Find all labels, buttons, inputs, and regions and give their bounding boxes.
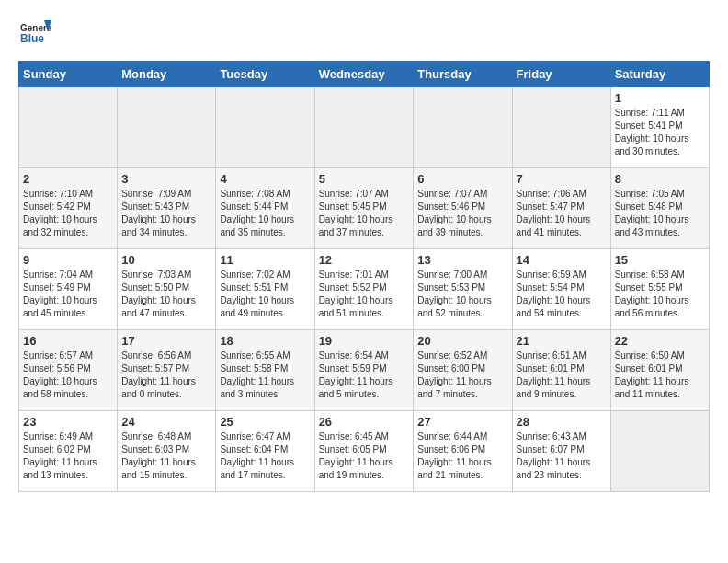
calendar-cell	[118, 87, 216, 168]
header-cell-thursday: Thursday	[414, 62, 512, 87]
week-row-3: 16Sunrise: 6:57 AM Sunset: 5:56 PM Dayli…	[19, 330, 710, 411]
logo-svg: General Blue	[18, 18, 51, 52]
calendar-table: SundayMondayTuesdayWednesdayThursdayFrid…	[18, 61, 710, 492]
week-row-1: 2Sunrise: 7:10 AM Sunset: 5:42 PM Daylig…	[19, 168, 710, 249]
calendar-cell: 11Sunrise: 7:02 AM Sunset: 5:51 PM Dayli…	[216, 249, 314, 330]
day-info: Sunrise: 7:05 AM Sunset: 5:48 PM Dayligh…	[615, 188, 705, 239]
day-info: Sunrise: 6:44 AM Sunset: 6:06 PM Dayligh…	[417, 431, 507, 482]
day-info: Sunrise: 7:10 AM Sunset: 5:42 PM Dayligh…	[23, 188, 113, 239]
day-number: 13	[417, 253, 507, 267]
day-info: Sunrise: 6:57 AM Sunset: 5:56 PM Dayligh…	[23, 350, 113, 401]
day-info: Sunrise: 7:11 AM Sunset: 5:41 PM Dayligh…	[615, 107, 705, 158]
calendar-cell: 9Sunrise: 7:04 AM Sunset: 5:49 PM Daylig…	[19, 249, 118, 330]
day-number: 12	[319, 253, 410, 267]
day-number: 20	[417, 334, 507, 348]
day-info: Sunrise: 7:07 AM Sunset: 5:46 PM Dayligh…	[417, 188, 507, 239]
day-number: 7	[517, 172, 607, 186]
day-number: 8	[615, 172, 705, 186]
day-number: 15	[615, 253, 705, 267]
day-number: 28	[517, 415, 607, 429]
day-info: Sunrise: 6:58 AM Sunset: 5:55 PM Dayligh…	[615, 269, 705, 320]
header-cell-sunday: Sunday	[19, 62, 118, 87]
calendar-cell: 21Sunrise: 6:51 AM Sunset: 6:01 PM Dayli…	[512, 330, 610, 411]
day-info: Sunrise: 6:51 AM Sunset: 6:01 PM Dayligh…	[517, 350, 607, 401]
day-number: 14	[517, 253, 607, 267]
day-info: Sunrise: 6:47 AM Sunset: 6:04 PM Dayligh…	[220, 431, 310, 482]
day-info: Sunrise: 7:00 AM Sunset: 5:53 PM Dayligh…	[417, 269, 507, 320]
day-number: 22	[615, 334, 705, 348]
week-row-2: 9Sunrise: 7:04 AM Sunset: 5:49 PM Daylig…	[19, 249, 710, 330]
day-info: Sunrise: 7:06 AM Sunset: 5:47 PM Dayligh…	[517, 188, 607, 239]
calendar-cell: 24Sunrise: 6:48 AM Sunset: 6:03 PM Dayli…	[118, 411, 216, 492]
calendar-cell: 14Sunrise: 6:59 AM Sunset: 5:54 PM Dayli…	[512, 249, 610, 330]
day-number: 17	[121, 334, 211, 348]
day-number: 21	[517, 334, 607, 348]
calendar-cell: 16Sunrise: 6:57 AM Sunset: 5:56 PM Dayli…	[19, 330, 118, 411]
day-info: Sunrise: 7:02 AM Sunset: 5:51 PM Dayligh…	[220, 269, 310, 320]
day-info: Sunrise: 6:45 AM Sunset: 6:05 PM Dayligh…	[319, 431, 410, 482]
calendar-cell	[216, 87, 314, 168]
svg-text:Blue: Blue	[20, 32, 44, 45]
day-info: Sunrise: 7:07 AM Sunset: 5:45 PM Dayligh…	[319, 188, 410, 239]
calendar-cell: 20Sunrise: 6:52 AM Sunset: 6:00 PM Dayli…	[414, 330, 512, 411]
day-number: 18	[220, 334, 310, 348]
day-info: Sunrise: 6:59 AM Sunset: 5:54 PM Dayligh…	[517, 269, 607, 320]
logo: General Blue	[18, 18, 51, 52]
calendar-cell	[610, 411, 709, 492]
header-cell-saturday: Saturday	[610, 62, 709, 87]
day-number: 19	[319, 334, 410, 348]
day-number: 2	[23, 172, 113, 186]
header-cell-friday: Friday	[512, 62, 610, 87]
day-number: 3	[121, 172, 211, 186]
calendar-cell: 4Sunrise: 7:08 AM Sunset: 5:44 PM Daylig…	[216, 168, 314, 249]
calendar-cell: 27Sunrise: 6:44 AM Sunset: 6:06 PM Dayli…	[414, 411, 512, 492]
day-info: Sunrise: 6:43 AM Sunset: 6:07 PM Dayligh…	[517, 431, 607, 482]
week-row-4: 23Sunrise: 6:49 AM Sunset: 6:02 PM Dayli…	[19, 411, 710, 492]
calendar-cell: 17Sunrise: 6:56 AM Sunset: 5:57 PM Dayli…	[118, 330, 216, 411]
day-info: Sunrise: 6:49 AM Sunset: 6:02 PM Dayligh…	[23, 431, 113, 482]
day-number: 5	[319, 172, 410, 186]
day-number: 25	[220, 415, 310, 429]
day-number: 6	[417, 172, 507, 186]
calendar-cell: 1Sunrise: 7:11 AM Sunset: 5:41 PM Daylig…	[610, 87, 709, 168]
calendar-cell	[512, 87, 610, 168]
calendar-cell: 2Sunrise: 7:10 AM Sunset: 5:42 PM Daylig…	[19, 168, 118, 249]
day-number: 10	[121, 253, 211, 267]
calendar-cell: 25Sunrise: 6:47 AM Sunset: 6:04 PM Dayli…	[216, 411, 314, 492]
calendar-cell: 15Sunrise: 6:58 AM Sunset: 5:55 PM Dayli…	[610, 249, 709, 330]
day-info: Sunrise: 7:09 AM Sunset: 5:43 PM Dayligh…	[121, 188, 211, 239]
day-number: 24	[121, 415, 211, 429]
day-info: Sunrise: 6:56 AM Sunset: 5:57 PM Dayligh…	[121, 350, 211, 401]
calendar-cell	[19, 87, 118, 168]
calendar-header-row: SundayMondayTuesdayWednesdayThursdayFrid…	[19, 62, 710, 87]
day-number: 11	[220, 253, 310, 267]
calendar-cell: 10Sunrise: 7:03 AM Sunset: 5:50 PM Dayli…	[118, 249, 216, 330]
calendar-cell: 12Sunrise: 7:01 AM Sunset: 5:52 PM Dayli…	[314, 249, 414, 330]
day-number: 4	[220, 172, 310, 186]
day-info: Sunrise: 7:03 AM Sunset: 5:50 PM Dayligh…	[121, 269, 211, 320]
day-info: Sunrise: 7:01 AM Sunset: 5:52 PM Dayligh…	[319, 269, 410, 320]
calendar-cell: 22Sunrise: 6:50 AM Sunset: 6:01 PM Dayli…	[610, 330, 709, 411]
day-number: 9	[23, 253, 113, 267]
header-cell-wednesday: Wednesday	[314, 62, 414, 87]
calendar-cell: 18Sunrise: 6:55 AM Sunset: 5:58 PM Dayli…	[216, 330, 314, 411]
day-info: Sunrise: 6:54 AM Sunset: 5:59 PM Dayligh…	[319, 350, 410, 401]
day-info: Sunrise: 7:08 AM Sunset: 5:44 PM Dayligh…	[220, 188, 310, 239]
calendar-cell: 5Sunrise: 7:07 AM Sunset: 5:45 PM Daylig…	[314, 168, 414, 249]
day-info: Sunrise: 6:52 AM Sunset: 6:00 PM Dayligh…	[417, 350, 507, 401]
calendar-body: 1Sunrise: 7:11 AM Sunset: 5:41 PM Daylig…	[19, 87, 710, 492]
day-number: 16	[23, 334, 113, 348]
day-info: Sunrise: 6:48 AM Sunset: 6:03 PM Dayligh…	[121, 431, 211, 482]
calendar-cell: 13Sunrise: 7:00 AM Sunset: 5:53 PM Dayli…	[414, 249, 512, 330]
day-number: 1	[615, 91, 705, 105]
page-header: General Blue	[18, 18, 710, 52]
week-row-0: 1Sunrise: 7:11 AM Sunset: 5:41 PM Daylig…	[19, 87, 710, 168]
calendar-cell: 6Sunrise: 7:07 AM Sunset: 5:46 PM Daylig…	[414, 168, 512, 249]
calendar-cell: 19Sunrise: 6:54 AM Sunset: 5:59 PM Dayli…	[314, 330, 414, 411]
calendar-cell: 3Sunrise: 7:09 AM Sunset: 5:43 PM Daylig…	[118, 168, 216, 249]
day-number: 26	[319, 415, 410, 429]
day-number: 23	[23, 415, 113, 429]
calendar-cell	[314, 87, 414, 168]
calendar-cell: 23Sunrise: 6:49 AM Sunset: 6:02 PM Dayli…	[19, 411, 118, 492]
calendar-cell: 8Sunrise: 7:05 AM Sunset: 5:48 PM Daylig…	[610, 168, 709, 249]
